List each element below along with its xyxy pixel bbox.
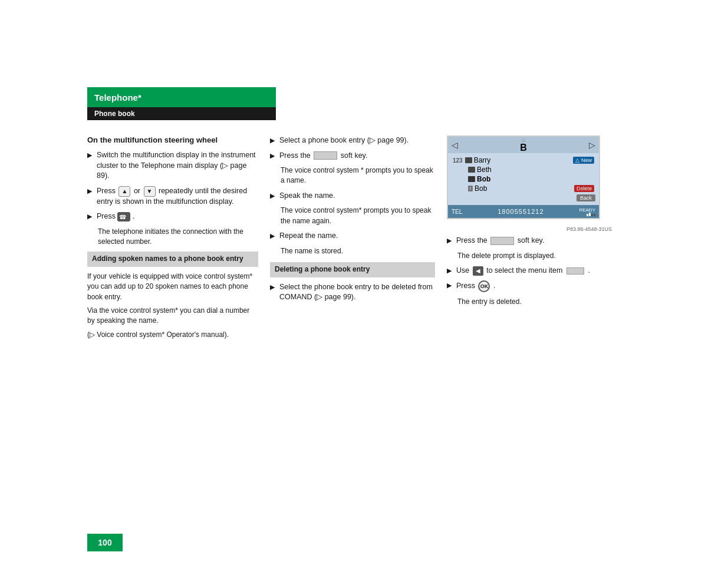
footer-number: 18005551212: [498, 208, 543, 215]
subsection-box-delete: Deleting a phone book entry: [270, 262, 435, 277]
footer-status: READY: [579, 207, 595, 213]
green-header-bar: Telephone*: [87, 87, 276, 107]
signal-bar-2: [589, 213, 591, 216]
display-letter-b: B: [520, 143, 527, 153]
display-caption: P83.86-4548-31US: [447, 226, 612, 232]
mid-bullet-list-2: ▶ Speak the name.: [270, 191, 435, 201]
press-label-m2: Press the: [279, 151, 312, 160]
bullet-text-press-nav: Press ▲ or ▼ repeatedly until the desire…: [97, 186, 258, 207]
bob2-name: Bob: [475, 184, 574, 193]
right-bullet-list-2: ▶ Use ◀ to select the menu item . ▶ Pres…: [447, 266, 612, 293]
menu-item-placeholder: [566, 267, 584, 275]
bullet-text-select-entry: Select a phone book entry (▷ page 99).: [279, 135, 435, 146]
nav-up-icon: ▲: [118, 186, 130, 197]
signal-bar-3: [591, 214, 593, 216]
body-text-1: If your vehicle is equipped with voice c…: [87, 272, 258, 302]
phone-period: .: [133, 212, 134, 220]
page-title: Telephone*: [94, 92, 141, 103]
phone-display: ◁ △ B ▷ 123 Barry △ New: [447, 135, 600, 219]
signal-bars: [587, 213, 595, 216]
phone-button-icon: ☎: [117, 212, 130, 222]
bullet-select-entry: ▶ Select a phone book entry (▷ page 99).: [270, 135, 435, 146]
bullet-press-ok: ▶ Press OK .: [447, 280, 612, 292]
beth-name: Beth: [477, 166, 594, 174]
bob1-icon: [468, 176, 475, 182]
left-section-heading: On the multifunction steering wheel: [87, 135, 258, 144]
bullet-text-select-delete: Select the phone book entry to be delete…: [279, 282, 435, 303]
content-area: On the multifunction steering wheel ▶ Sw…: [87, 135, 681, 515]
display-row-barry: 123 Barry △ New: [448, 156, 599, 165]
voice-prompt-text-2: The voice control system* prompts you to…: [281, 206, 435, 226]
left-arrow-button: ◀: [473, 266, 483, 276]
display-row-bob1: Bob: [448, 174, 599, 184]
bullet-arrow-2: ▶: [87, 187, 92, 196]
footer-label: TEL: [452, 209, 462, 215]
ok-button: OK: [478, 280, 490, 292]
press-label-r3: Press: [456, 282, 477, 290]
name-stored-text: The name is stored.: [281, 246, 435, 256]
bullet-item-press-nav: ▶ Press ▲ or ▼ repeatedly until the desi…: [87, 186, 258, 207]
display-right-arrow: ▷: [589, 140, 595, 150]
period-r3: .: [493, 282, 495, 290]
bullet-text-speak-name: Speak the name.: [279, 191, 435, 201]
bullet-text-press-phone: Press ☎ .: [97, 211, 258, 222]
bullet-text-press-ok: Press OK .: [456, 280, 612, 292]
display-row-beth: Beth: [448, 165, 599, 174]
mid-bullet-list-3: ▶ Repeat the name.: [270, 231, 435, 242]
subsection-delete-label: Deleting a phone book entry: [275, 265, 370, 273]
nav-down-icon: ▼: [144, 186, 156, 197]
bullet-arrow-m4: ▶: [270, 232, 275, 240]
bob1-name: Bob: [477, 175, 594, 183]
right-bullet-list: ▶ Press the soft key.: [447, 236, 612, 246]
page-subtitle: Phone book: [94, 110, 135, 118]
black-header-bar: Phone book: [87, 107, 276, 120]
bullet-arrow-m3: ▶: [270, 191, 275, 200]
display-footer: TEL 18005551212 READY: [448, 205, 599, 218]
voice-prompt-text-1: The voice control system * prompts you t…: [281, 166, 435, 186]
press-label-3: Press: [97, 212, 117, 220]
display-header: ◁ △ B ▷: [448, 137, 599, 153]
use-label: Use: [456, 266, 472, 275]
bullet-arrow-3: ▶: [87, 212, 92, 221]
body-text-3: (▷ Voice control system* Operator's manu…: [87, 330, 258, 340]
subsection-box-spoken: Adding spoken names to a phone book entr…: [87, 252, 258, 267]
bullet-arrow-md1: ▶: [270, 283, 275, 292]
bullet-arrow-m2: ▶: [270, 151, 275, 160]
display-left-arrow: ◁: [452, 140, 458, 150]
row-123-label: 123: [453, 157, 463, 164]
display-row-bob2: i Bob Delete: [448, 184, 599, 193]
mid-bullet-list: ▶ Select a phone book entry (▷ page 99).…: [270, 135, 435, 161]
bullet-select-delete: ▶ Select the phone book entry to be dele…: [270, 282, 435, 303]
signal-bar-4: [594, 214, 595, 216]
left-bullet-list: ▶ Switch the multifunction display in th…: [87, 150, 258, 222]
bullet-arrow-r2: ▶: [447, 266, 452, 275]
bullet-use-left: ▶ Use ◀ to select the menu item .: [447, 266, 612, 276]
beth-icon: [468, 167, 475, 173]
bullet-text-press-soft1: Press the soft key.: [279, 151, 435, 161]
mid-column: ▶ Select a phone book entry (▷ page 99).…: [270, 135, 435, 308]
bullet-text-repeat-name: Repeat the name.: [279, 231, 435, 242]
display-body: 123 Barry △ New Beth: [448, 153, 599, 205]
bullet-speak-name: ▶ Speak the name.: [270, 191, 435, 201]
select-menu-label: to select the menu item: [486, 266, 562, 275]
soft-key-placeholder-1: [314, 151, 337, 160]
subsection-box-label: Adding spoken names to a phone book entr…: [92, 254, 243, 263]
bullet-press-soft2: ▶ Press the soft key.: [447, 236, 612, 246]
press-label-r1: Press the: [456, 236, 489, 244]
phone-connection-text: The telephone initiates the connection w…: [98, 227, 258, 247]
page-number-box: 100: [87, 534, 123, 551]
bullet-item-press-phone: ▶ Press ☎ .: [87, 211, 258, 222]
bullet-text-use-left: Use ◀ to select the menu item .: [456, 266, 612, 276]
footer-status-area: READY: [579, 207, 595, 216]
back-button: Back: [577, 194, 595, 201]
bullet-text-switch: Switch the multifunction display in the …: [97, 150, 258, 181]
bullet-text-press-soft2: Press the soft key.: [456, 236, 612, 246]
bullet-arrow-1: ▶: [87, 151, 92, 160]
bob2-icon: i: [468, 186, 473, 191]
bullet-arrow-r1: ▶: [447, 236, 452, 245]
page-number-text: 100: [98, 538, 111, 547]
delete-prompt-text: The delete prompt is displayed.: [457, 251, 612, 261]
bullet-press-soft1: ▶ Press the soft key.: [270, 151, 435, 161]
new-button: △ New: [573, 157, 594, 164]
display-tri-row: Back: [448, 193, 599, 203]
